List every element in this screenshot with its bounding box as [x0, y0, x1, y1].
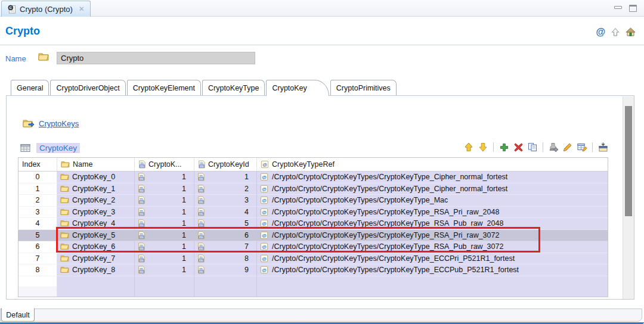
cell-typeref[interactable]: @ /Crypto/Crypto/CryptoKeyTypes/CryptoKe…	[257, 241, 608, 253]
cell-typeref[interactable]: @ /Crypto/Crypto/CryptoKeyTypes/CryptoKe…	[257, 195, 608, 207]
cell-cryptokeyid[interactable]: 123 6	[194, 230, 257, 242]
cell-name[interactable]: CryptoKey_8	[57, 264, 135, 276]
svg-text:@: @	[262, 162, 267, 167]
minimize-icon[interactable]	[614, 6, 622, 9]
column-header-cryptokeyid[interactable]: 123 CryptoKeyId	[194, 158, 257, 171]
edit-button[interactable]	[562, 142, 573, 152]
maximize-icon[interactable]	[629, 5, 637, 12]
stamp-plus-button[interactable]	[548, 142, 559, 152]
cell-cryptokeyid[interactable]: 123 2	[194, 183, 257, 195]
cell-cryptok[interactable]: 123 1	[135, 264, 194, 276]
svg-text:123: 123	[199, 236, 203, 238]
config-tab-general[interactable]: General	[11, 80, 49, 95]
reference-at-icon: @	[260, 266, 268, 274]
config-tab-cryptodriverobject[interactable]: CryptoDriverObject	[50, 80, 125, 95]
svg-text:C: C	[10, 5, 13, 9]
column-header-name[interactable]: Name	[57, 158, 135, 171]
cell-name[interactable]: CryptoKey_7	[57, 253, 135, 265]
cryptokey-list-title[interactable]: CryptoKey	[36, 143, 80, 153]
cell-cryptokeyid[interactable]: 123 3	[194, 195, 257, 207]
cell-index: 8	[18, 264, 57, 276]
cell-name[interactable]: CryptoKey_2	[57, 195, 135, 207]
cell-cryptokeyid[interactable]: 123 9	[194, 264, 257, 276]
cell-cryptok[interactable]: 123 1	[135, 172, 194, 183]
cell-typeref[interactable]: @ /Crypto/Crypto/CryptoKeyTypes/CryptoKe…	[257, 218, 608, 230]
move-down-button[interactable]	[478, 142, 488, 152]
close-icon[interactable]: ✕	[79, 5, 85, 13]
column-header-cryptok[interactable]: 123 CryptoK...	[135, 158, 194, 171]
variant-tab-default[interactable]: Default	[1, 308, 35, 322]
edit-table-button[interactable]	[577, 142, 587, 152]
folder-icon	[60, 220, 69, 227]
folder-icon	[60, 243, 69, 250]
config-tab-cryptokey[interactable]: CryptoKey	[266, 80, 329, 96]
cryptokeys-link[interactable]: CryptoKeys	[39, 119, 79, 128]
scrollbar-thumb[interactable]	[625, 106, 632, 216]
cell-typeref[interactable]: @ /Crypto/Crypto/CryptoKeyTypes/CryptoKe…	[257, 230, 608, 242]
cell-name[interactable]: CryptoKey_5	[57, 230, 135, 242]
cell-typeref[interactable]: @ /Crypto/Crypto/CryptoKeyTypes/CryptoKe…	[257, 207, 608, 219]
table-row[interactable]: 5 CryptoKey_5 123	[18, 230, 608, 242]
cell-typeref[interactable]: @ /Crypto/Crypto/CryptoKeyTypes/CryptoKe…	[257, 172, 608, 183]
svg-text:@: @	[262, 267, 267, 273]
config-tab-cryptokeytype[interactable]: CryptoKeyType	[202, 80, 265, 95]
table-row[interactable]: 6 CryptoKey_6 123	[18, 241, 608, 253]
config-tab-cryptoprimitives[interactable]: CryptoPrimitives	[330, 80, 397, 95]
folder-icon	[60, 208, 69, 216]
cell-name[interactable]: CryptoKey_0	[57, 172, 135, 183]
cell-name[interactable]: CryptoKey_4	[57, 218, 135, 230]
numeric-value-icon: 123	[197, 219, 205, 228]
home-icon[interactable]	[626, 27, 636, 37]
table-row[interactable]: 8 CryptoKey_8 123	[18, 264, 608, 276]
svg-text:@: @	[262, 210, 267, 215]
cell-cryptok[interactable]: 123 1	[135, 253, 194, 265]
cell-cryptok[interactable]: 123 1	[135, 230, 194, 242]
table-row[interactable]: 1 CryptoKey_1 123	[18, 183, 608, 195]
column-header-index[interactable]: Index ˆ	[18, 158, 57, 171]
cell-cryptokeyid[interactable]: 123 5	[194, 218, 257, 230]
add-button[interactable]	[499, 142, 509, 152]
svg-text:@: @	[262, 186, 267, 192]
cell-cryptok[interactable]: 123 1	[135, 207, 194, 219]
column-header-typeref[interactable]: @ CryptoKeyTypeRef	[257, 158, 608, 171]
table-row[interactable]: 4 CryptoKey_4 123	[18, 218, 608, 230]
numeric-value-icon: 123	[138, 196, 145, 204]
folder-icon	[38, 52, 49, 61]
navigate-up-icon[interactable]	[611, 27, 620, 37]
table-arrow-button[interactable]	[597, 142, 608, 152]
copy-button[interactable]	[527, 142, 538, 152]
table-row[interactable]: 3 CryptoKey_3 123	[18, 207, 608, 219]
cell-index: 0	[18, 172, 57, 183]
cell-typeref[interactable]: @ /Crypto/Crypto/CryptoKeyTypes/CryptoKe…	[257, 183, 608, 195]
name-input[interactable]	[57, 52, 255, 64]
cell-cryptok[interactable]: 123 1	[135, 195, 194, 207]
move-up-button[interactable]	[463, 142, 474, 152]
numeric-value-icon: 123	[198, 160, 205, 169]
cell-typeref[interactable]: @ /Crypto/Crypto/CryptoKeyTypes/CryptoKe…	[257, 253, 608, 265]
cell-name[interactable]: CryptoKey_1	[57, 183, 135, 195]
config-tab-cryptokeyelement[interactable]: CryptoKeyElement	[127, 80, 201, 95]
vertical-scrollbar[interactable]	[623, 96, 634, 299]
cell-cryptokeyid[interactable]: 123 4	[194, 207, 257, 219]
table-row[interactable]: 0 CryptoKey_0 123	[18, 172, 608, 183]
cell-cryptokeyid[interactable]: 123 8	[194, 253, 257, 265]
crypto-editor-window: C Crypto (Crypto) ✕ Crypto @ Na	[0, 0, 644, 324]
editor-tab-crypto[interactable]: C Crypto (Crypto) ✕	[1, 1, 91, 17]
cell-cryptokeyid[interactable]: 123 7	[194, 241, 257, 253]
cell-cryptok[interactable]: 123 1	[135, 218, 194, 230]
cell-cryptok[interactable]: 123 1	[135, 183, 194, 195]
cell-name[interactable]: CryptoKey_3	[57, 207, 135, 219]
cell-typeref[interactable]: @ /Crypto/Crypto/CryptoKeyTypes/CryptoKe…	[257, 264, 608, 276]
delete-button[interactable]	[513, 142, 524, 152]
numeric-value-icon: 123	[138, 173, 145, 181]
cell-cryptok[interactable]: 123 1	[135, 241, 194, 253]
reference-at-icon: @	[260, 242, 268, 251]
reference-at-icon: @	[260, 219, 268, 228]
table-row[interactable]: 2 CryptoKey_2 123	[18, 195, 608, 207]
cell-cryptokeyid[interactable]: 123 1	[194, 172, 257, 183]
at-icon[interactable]: @	[596, 27, 605, 37]
reference-at-icon: @	[260, 173, 268, 181]
numeric-value-icon: 123	[138, 160, 145, 169]
cell-name[interactable]: CryptoKey_6	[57, 241, 135, 253]
table-row[interactable]: 7 CryptoKey_7 123	[18, 253, 608, 265]
